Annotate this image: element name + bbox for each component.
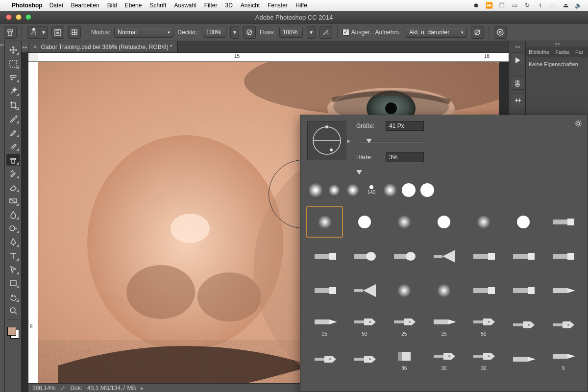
menu-ebene[interactable]: Ebene	[125, 2, 142, 9]
brush-preset[interactable]: 50	[346, 309, 383, 341]
brush-preset[interactable]	[346, 241, 383, 272]
blend-mode-dropdown[interactable]: Normal▾	[114, 27, 173, 38]
blur-tool[interactable]	[6, 209, 20, 220]
menu-filter[interactable]: Filter	[204, 2, 218, 9]
brush-preset[interactable]	[346, 275, 383, 306]
history-brush-tool[interactable]	[6, 168, 20, 179]
magic-wand-tool[interactable]	[6, 85, 20, 97]
rectangle-tool[interactable]	[6, 277, 20, 289]
brush-preset[interactable]	[306, 275, 343, 306]
hardness-field[interactable]: 3%	[386, 152, 424, 162]
recent-brush[interactable]	[306, 181, 325, 199]
brush-preset[interactable]: 30	[466, 343, 502, 375]
brush-preset[interactable]	[505, 275, 542, 306]
app-menu[interactable]: Photoshop	[12, 2, 43, 9]
pen-tool[interactable]	[6, 236, 20, 248]
pressure-opacity-toggle[interactable]	[243, 26, 256, 39]
current-tool-icon[interactable]	[4, 26, 17, 39]
brush-preset[interactable]	[466, 206, 502, 238]
brush-preset-picker[interactable]: 41 ▾	[27, 26, 48, 39]
expand-icon[interactable]: ⤢	[60, 385, 65, 392]
sample-dropdown[interactable]: Akt. u. darunter▾	[406, 27, 467, 38]
move-tool[interactable]	[6, 44, 20, 56]
brush-preset[interactable]	[425, 275, 462, 306]
menu-bearbeiten[interactable]: Bearbeiten	[71, 2, 99, 9]
status-screens-icon[interactable]: ❐	[497, 1, 507, 9]
dodge-tool[interactable]	[6, 222, 20, 234]
recent-brush[interactable]	[325, 181, 343, 199]
gradient-tool[interactable]	[6, 195, 20, 207]
recent-brush[interactable]	[399, 181, 418, 199]
brush-panel-toggle[interactable]	[51, 26, 64, 39]
brush-preset[interactable]	[386, 275, 422, 306]
brush-preset[interactable]	[545, 241, 582, 272]
vertical-ruler[interactable]: 9	[28, 62, 38, 383]
brush-preset[interactable]	[545, 275, 582, 306]
status-timemachine-icon[interactable]: ↻	[522, 1, 532, 9]
document-tab[interactable]: × Gabor Training.psd bei 386% (Retusche,…	[28, 41, 178, 52]
brush-preset[interactable]	[306, 241, 343, 272]
zoom-level[interactable]: 386,14%	[32, 385, 55, 392]
brush-preset[interactable]: 25	[386, 309, 422, 341]
tab-color[interactable]: Farbe	[552, 47, 572, 57]
brush-preset[interactable]	[386, 241, 422, 272]
collapse-arrows-icon[interactable]: ◂◂	[526, 41, 588, 47]
brush-preset[interactable]	[425, 241, 462, 272]
zoom-tool[interactable]	[6, 305, 20, 317]
menu-hilfe[interactable]: Hilfe	[295, 2, 307, 9]
close-tab-icon[interactable]: ×	[33, 43, 37, 50]
type-tool[interactable]	[6, 250, 20, 262]
brush-preset[interactable]	[505, 206, 542, 238]
tab-libraries[interactable]: Bibliothe	[526, 47, 552, 57]
flow-field[interactable]: 100%	[279, 27, 303, 38]
actions-panel-button[interactable]	[511, 52, 524, 66]
menu-fenster[interactable]: Fenster	[268, 2, 288, 9]
status-fastforward-icon[interactable]: ⏩	[484, 1, 494, 9]
eraser-tool[interactable]	[6, 181, 20, 193]
opacity-flyout[interactable]: ▾	[230, 26, 239, 39]
crop-tool[interactable]	[6, 99, 20, 111]
status-wifi-icon[interactable]	[548, 1, 558, 9]
brush-preset[interactable]: 9	[545, 343, 582, 375]
brush-preset[interactable]	[346, 206, 383, 238]
brush-preset[interactable]	[425, 206, 462, 238]
brush-angle-control[interactable]: ▶	[307, 121, 346, 160]
pressure-size-toggle[interactable]	[494, 26, 507, 39]
brush-preset[interactable]: 36	[386, 343, 422, 375]
menu-ansicht[interactable]: Ansicht	[241, 2, 260, 9]
status-volume-icon[interactable]: 🔈	[573, 1, 583, 9]
color-swatches[interactable]	[6, 326, 20, 340]
brush-preset[interactable]	[505, 343, 542, 375]
menu-bild[interactable]: Bild	[107, 2, 117, 9]
status-record-icon[interactable]: ⏺	[471, 1, 481, 9]
hand-tool[interactable]	[6, 291, 20, 303]
brush-preset[interactable]: 25	[306, 309, 343, 341]
brush-preset[interactable]	[466, 241, 502, 272]
status-bluetooth-icon[interactable]: ᚼ	[535, 1, 545, 9]
brush-preset[interactable]	[505, 241, 542, 272]
size-slider[interactable]	[356, 137, 425, 144]
menu-auswahl[interactable]: Auswahl	[174, 2, 196, 9]
lasso-tool[interactable]	[6, 72, 20, 83]
brush-preset[interactable]	[466, 275, 502, 306]
recent-brush[interactable]	[343, 181, 362, 199]
brush-preset[interactable]	[346, 343, 383, 375]
opacity-field[interactable]: 100%	[203, 27, 226, 38]
tab-strip-handle[interactable]: ▸▸	[22, 41, 28, 52]
aligned-checkbox[interactable]: ✓Ausger.	[343, 29, 371, 36]
brush-preset[interactable]	[306, 206, 343, 238]
brush-preset[interactable]	[545, 206, 582, 238]
size-field[interactable]: 41 Px	[386, 121, 424, 131]
recent-brush[interactable]: 140	[362, 181, 381, 199]
foreground-color[interactable]	[7, 327, 16, 336]
menu-schrift[interactable]: Schrift	[149, 2, 166, 9]
menu-3d[interactable]: 3D	[225, 2, 232, 9]
status-eject-icon[interactable]: ⏏	[561, 1, 570, 9]
clone-source-toggle[interactable]	[68, 26, 81, 39]
brush-preset[interactable]	[386, 206, 422, 238]
tab-swatches[interactable]: Far	[572, 47, 587, 57]
healing-brush-tool[interactable]	[6, 126, 20, 138]
brush-preset[interactable]	[505, 309, 542, 341]
brushes-panel-button[interactable]	[511, 76, 524, 90]
eyedropper-tool[interactable]	[6, 113, 20, 124]
